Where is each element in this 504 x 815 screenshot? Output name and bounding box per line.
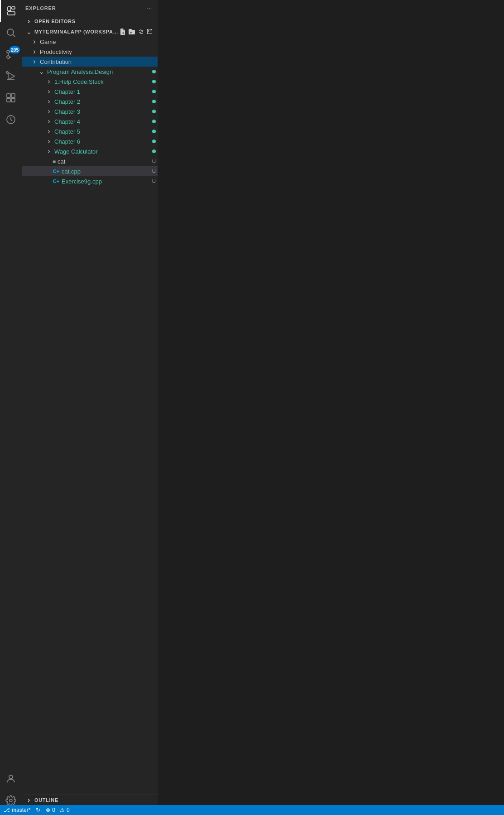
folder-chapter-4[interactable]: Chapter 4 [22, 116, 158, 126]
folder-chapter-2[interactable]: Chapter 2 [22, 96, 158, 106]
svg-rect-1 [8, 12, 15, 15]
outline-section[interactable]: OUTLINE [22, 795, 158, 805]
warning-count: 0 [67, 807, 70, 813]
file-cat-list-icon: ≡ [53, 158, 56, 164]
open-editors-label: OPEN EDITORS [34, 19, 76, 24]
folder-chapter-6-dot [152, 140, 156, 143]
status-sync[interactable]: ↻ [36, 807, 40, 813]
svg-line-4 [13, 35, 15, 37]
file-cat-cpp-icon: C+ [53, 168, 60, 175]
refresh-button[interactable] [137, 28, 145, 36]
folder-program-analysis-chevron [38, 68, 45, 75]
activity-item-extensions[interactable] [0, 87, 22, 109]
svg-point-5 [7, 50, 10, 53]
folder-chapter-5-dot [152, 130, 156, 133]
more-actions-button[interactable]: ··· [145, 4, 154, 13]
file-cat[interactable]: ≡ cat U [22, 156, 158, 166]
folder-chapter-3-dot [152, 110, 156, 113]
explorer-header: EXPLORER ··· [22, 0, 158, 16]
open-editors-chevron [25, 18, 33, 25]
activity-item-explorer[interactable] [0, 0, 22, 22]
new-folder-button[interactable] [128, 28, 136, 36]
folder-help-code-stuck[interactable]: 1.Help Code:Stuck [22, 77, 158, 87]
svg-rect-11 [7, 94, 10, 97]
svg-rect-2 [12, 7, 15, 9]
folder-chapter-6[interactable]: Chapter 6 [22, 136, 158, 146]
file-exercise9g-badge: U [152, 178, 156, 184]
folder-game-label: Game [40, 39, 158, 45]
branch-icon: ⎇ [4, 807, 10, 813]
file-cat-cpp[interactable]: C+ cat.cpp U [22, 166, 158, 176]
workspace-chevron [25, 28, 33, 35]
status-errors[interactable]: ⊗ 0 ⚠ 0 [46, 807, 69, 813]
svg-point-17 [10, 799, 12, 802]
svg-rect-13 [7, 98, 10, 102]
file-exercise9g-label: Exercise9g.cpp [62, 178, 152, 185]
folder-contribution[interactable]: Contribution [22, 57, 158, 67]
folder-chapter-3-chevron [45, 108, 53, 115]
workspace-label: MYTERMINALAPP (WORKSPACE) [34, 29, 119, 34]
svg-marker-8 [8, 72, 14, 80]
folder-game[interactable]: Game [22, 37, 158, 47]
open-editors-section[interactable]: OPEN EDITORS [22, 16, 158, 27]
folder-chapter-1[interactable]: Chapter 1 [22, 87, 158, 96]
status-branch[interactable]: ⎇ master* [4, 807, 30, 813]
folder-program-analysis-label: Program Analysis:Design [47, 68, 152, 75]
activity-item-source-control[interactable]: 205 [0, 43, 22, 65]
svg-rect-12 [11, 94, 15, 97]
branch-label: master* [12, 807, 30, 813]
activity-item-account[interactable] [0, 768, 22, 790]
explorer-title: EXPLORER [25, 5, 56, 11]
file-cat-cpp-badge: U [152, 169, 156, 174]
activity-item-search[interactable] [0, 22, 22, 43]
file-cat-label: cat [58, 158, 152, 165]
folder-contribution-chevron [31, 58, 38, 65]
folder-chapter-3-label: Chapter 3 [54, 108, 152, 115]
folder-productivity-chevron [31, 48, 38, 55]
folder-chapter-4-dot [152, 120, 156, 123]
svg-point-10 [6, 72, 8, 73]
folder-wage-calculator-label: Wage Calculator [54, 148, 152, 155]
activity-item-timeline[interactable] [0, 109, 22, 130]
activity-item-run[interactable] [0, 65, 22, 87]
file-cat-badge: U [152, 159, 156, 164]
folder-help-code-label: 1.Help Code:Stuck [54, 78, 152, 85]
folder-chapter-3[interactable]: Chapter 3 [22, 106, 158, 116]
sidebar-content: OPEN EDITORS MYTERMINALAPP (WORKSPACE) [22, 16, 158, 795]
folder-program-analysis-dot [152, 70, 156, 73]
folder-program-analysis[interactable]: Program Analysis:Design [22, 67, 158, 77]
svg-point-7 [7, 56, 10, 58]
folder-wage-calculator-dot [152, 149, 156, 153]
folder-chapter-1-dot [152, 90, 156, 93]
folder-chapter-5-chevron [45, 128, 53, 135]
outline-label: OUTLINE [34, 797, 58, 803]
new-file-button[interactable] [119, 28, 127, 36]
file-exercise9g[interactable]: C+ Exercise9g.cpp U [22, 176, 158, 186]
folder-chapter-5[interactable]: Chapter 5 [22, 126, 158, 136]
folder-chapter-1-label: Chapter 1 [54, 88, 152, 95]
file-exercise9g-icon: C+ [53, 178, 60, 185]
svg-point-16 [9, 775, 13, 779]
folder-chapter-4-chevron [45, 118, 53, 125]
error-icon: ⊗ [46, 807, 50, 813]
folder-chapter-2-chevron [45, 98, 53, 105]
folder-productivity-label: Productitvity [40, 48, 158, 55]
outline-chevron [25, 796, 33, 804]
folder-chapter-4-label: Chapter 4 [54, 118, 152, 125]
svg-point-3 [7, 29, 14, 35]
sync-icon: ↻ [36, 807, 40, 813]
warning-icon: ⚠ [60, 807, 65, 813]
folder-productivity[interactable]: Productitvity [22, 47, 158, 57]
folder-wage-calculator[interactable]: Wage Calculator [22, 146, 158, 156]
sidebar: EXPLORER ··· OPEN EDITORS MYTERMINALAPP … [22, 0, 158, 815]
folder-chapter-6-chevron [45, 138, 53, 145]
workspace-header[interactable]: MYTERMINALAPP (WORKSPACE) [22, 27, 158, 37]
folder-contribution-label: Contribution [40, 58, 158, 65]
main-content [158, 0, 504, 815]
svg-rect-0 [8, 7, 11, 11]
collapse-all-button[interactable] [146, 28, 154, 36]
folder-wage-calculator-chevron [45, 148, 53, 155]
activity-bar: 205 [0, 0, 22, 815]
folder-chapter-6-label: Chapter 6 [54, 138, 152, 145]
folder-game-chevron [31, 38, 38, 45]
